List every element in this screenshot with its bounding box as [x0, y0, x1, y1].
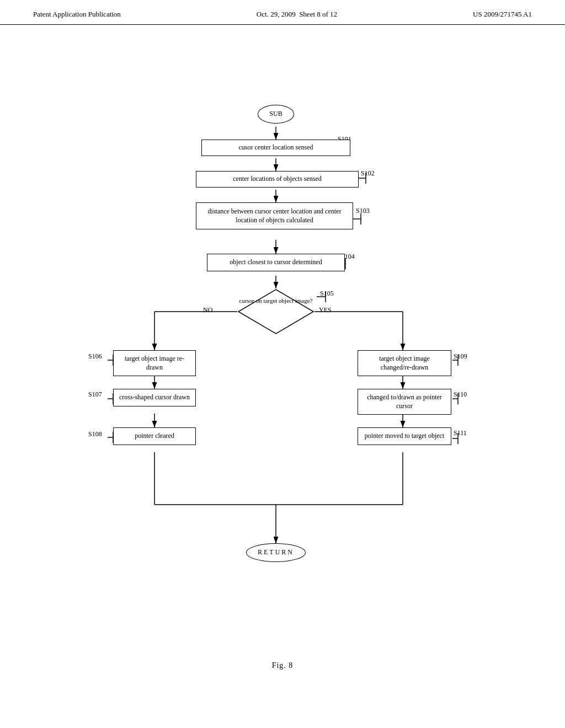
s107-node: cross-shaped cursor drawn	[113, 389, 196, 406]
page-header: Patent Application Publication Oct. 29, …	[0, 0, 565, 25]
s108-text: pointer cleared	[113, 427, 196, 445]
flowchart-arrows	[0, 25, 565, 687]
header-right: US 2009/271745 A1	[473, 10, 532, 19]
s108-node: pointer cleared	[113, 427, 196, 445]
s108-step-label: S108	[88, 430, 102, 438]
s103-node: distance between cursor center location …	[196, 202, 353, 229]
s106-step-label: S106	[88, 352, 102, 361]
s101-node: cusor center location sensed	[201, 140, 350, 156]
s107-step-label: S107	[88, 390, 102, 399]
s110-step-label: S110	[454, 390, 467, 399]
s105-text: cursor on target object image?	[239, 297, 313, 304]
s110-node: changed to/drawn as pointer cursor	[358, 389, 451, 415]
s102-node: center locations of objects sensed	[196, 171, 359, 188]
s111-node: pointer moved to target object	[358, 427, 451, 445]
s106-text: target object image re-drawn	[113, 350, 196, 376]
s103-text: distance between cursor center location …	[196, 202, 353, 229]
s104-node: object closest to cursor determined	[207, 254, 345, 271]
s106-node: target object image re-drawn	[113, 350, 196, 376]
header-left: Patent Application Publication	[33, 10, 121, 19]
s105-yes-label: YES	[319, 306, 332, 314]
return-node: RETURN	[236, 543, 316, 562]
s105-step-label: S105	[320, 290, 334, 298]
header-center: Oct. 29, 2009 Sheet 8 of 12	[257, 10, 337, 19]
s102-text: center locations of objects sensed	[196, 171, 359, 188]
sub-label: SUB	[258, 105, 294, 124]
s105-no-label: NO	[203, 306, 212, 314]
s109-step-label: S109	[454, 352, 467, 361]
svg-marker-41	[238, 290, 313, 334]
fig-caption: Fig. 8	[272, 661, 294, 670]
s103-step-label: S103	[356, 207, 370, 215]
s109-node: target object image changed/re-drawn	[358, 350, 451, 376]
s102-step-label: S102	[361, 169, 375, 178]
s101-text: cusor center location sensed	[201, 140, 350, 156]
sub-node: SUB	[243, 105, 309, 124]
return-label: RETURN	[246, 543, 306, 562]
diagram-area: SUB S101 cusor center location sensed S1…	[0, 25, 565, 687]
s105-diamond: cursor on target object image?	[237, 288, 315, 338]
s111-step-label: S111	[454, 429, 467, 437]
s110-text: changed to/drawn as pointer cursor	[358, 389, 451, 415]
s107-text: cross-shaped cursor drawn	[113, 389, 196, 406]
s104-text: object closest to cursor determined	[207, 254, 345, 271]
s109-text: target object image changed/re-drawn	[358, 350, 451, 376]
s111-text: pointer moved to target object	[358, 427, 451, 445]
